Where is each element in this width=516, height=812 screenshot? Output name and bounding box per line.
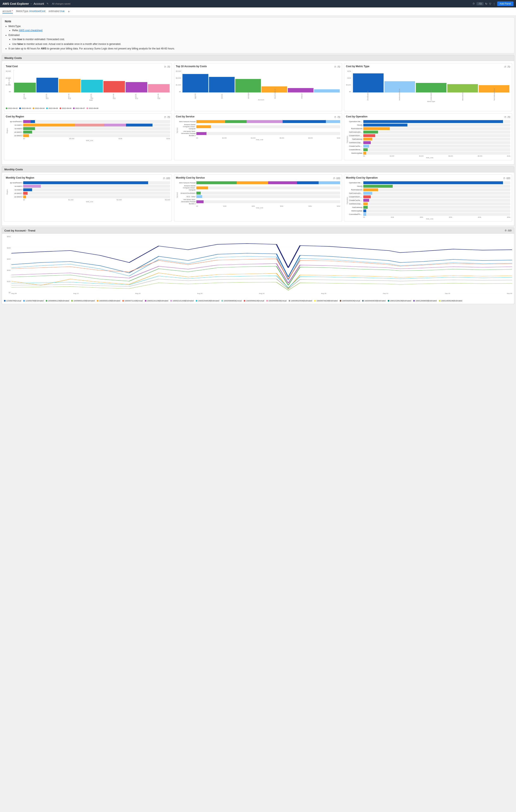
weekly-row-1: Total Cost ⏱ -7D $3,000$2,000$1,000$0 to… [4, 63, 512, 111]
cost-service-title: Cost by Service [176, 115, 194, 118]
monthly-region-usw2: us-west-2 [9, 195, 170, 198]
legend-item-3: 165998561238|Estimated [46, 300, 69, 302]
op-row-createvol: CreateVolume-Gp2 [349, 134, 510, 137]
cost-operation-time[interactable]: ⏱ -7D [504, 116, 510, 118]
weekly-costs-header: Weekly Costs [2, 55, 514, 61]
app-title: AWS Cost Explorer [2, 2, 29, 5]
op-row-runinstances: RunInstances [349, 127, 510, 130]
monthly-service-vm: VM-Series Next-Generation Firewall Bundl… [179, 199, 340, 205]
monthly-op-runinstances: RunInstances [349, 188, 510, 191]
op-row-metering: Operation:Metering [349, 120, 510, 123]
bar-sep05 [81, 80, 103, 92]
legend-item-15: 166009469038|Actual [340, 300, 360, 302]
region-row-ap-southeast: ap-southeast-1 [9, 120, 170, 123]
bar-securitymsd [235, 79, 261, 92]
cost-metric-title: Cost by Metric Type [346, 65, 369, 68]
note-list: MetricType Refer AWS cost cheatsheet Est… [5, 24, 511, 51]
legend-item-5: 166000001438|Estimated [97, 300, 120, 302]
cost-region-time[interactable]: ⏱ -7D [164, 116, 170, 118]
monthly-op-createvol: CreateVolume-Gp2 [349, 195, 510, 198]
legend-item-6: 166000721438|Actual [122, 300, 142, 302]
service-row-vm: VM-Series Next-Generation Firewall Bundl… [179, 130, 340, 137]
op-row-getcost: GetCostAndUsage [349, 130, 510, 134]
note-section: Note MetricType Refer AWS cost cheatshee… [2, 17, 514, 53]
monthly-region-time[interactable]: ⏱ -32D [163, 177, 170, 179]
monthly-costs-container: Monthly Cost by Region ⏱ -32D Region ap-… [2, 172, 514, 226]
saved-status: All changes saved [52, 2, 70, 5]
legend-sep04: 2022-09-04 [33, 107, 45, 109]
monthly-service-firewall: AWS Network Firewall [179, 181, 340, 184]
add-filter-button[interactable]: + [68, 10, 70, 13]
trend-svg [11, 236, 512, 294]
refresh-icon[interactable]: ↻ [485, 2, 487, 5]
legend-item-13: 166008020938|Estimated [289, 300, 312, 302]
bar-testroot [209, 77, 235, 93]
filter-metric-value: AmortizedCost [29, 10, 46, 12]
monthly-operation-time[interactable]: ⏱ -32D [503, 177, 510, 179]
legend-item-18: 166013068838|Estimated [413, 300, 437, 302]
cost-metric-time[interactable]: ⏱ -7D [504, 66, 510, 68]
cost-operation-title: Cost by Operation [346, 115, 368, 118]
top-accounts-panel: Top 10 Accounts by Costs ⏱ -7D $3,000$2,… [174, 63, 342, 111]
monthly-op-natgw: NatGateway [349, 206, 510, 209]
bar-amortized [353, 74, 384, 92]
note-link-cheatsheet[interactable]: AWS cost cheatsheet [19, 29, 43, 32]
filter-account[interactable]: account * [2, 10, 13, 13]
monthly-op-metering: Operation:Metering [349, 181, 510, 184]
legend-item-4: 165998561638|Estimated [71, 300, 94, 302]
monthly-region-ap: ap-southeast-1 [9, 181, 170, 184]
bar-sep06 [104, 81, 125, 93]
legend-sep07: 2022-09-07 [73, 107, 85, 109]
note-item-metric: MetricType [8, 25, 21, 28]
filter-icon[interactable]: ▽ [489, 2, 491, 5]
weekly-row-2: Cost by Region ⏱ -7D Region ap-southeast… [4, 113, 512, 161]
total-cost-time[interactable]: ⏱ -7D [164, 66, 170, 68]
monthly-service-ec2other: EC2 - Other [179, 195, 340, 198]
monthly-operation-title: Monthly Cost by Operation [346, 176, 378, 179]
time-range[interactable]: -7D [477, 2, 484, 5]
legend-item-14: 166008749238|Estimated [314, 300, 337, 302]
add-panel-button[interactable]: Add Panel [497, 1, 514, 6]
bar-sep08 [148, 84, 170, 92]
monthly-op-committed: CommittedThroughpu [349, 213, 510, 216]
op-row-natgw: NatGateway [349, 138, 510, 141]
op-row-hourly: Hourly [349, 124, 510, 126]
region-row-us-east-2: us-east-2 [9, 127, 170, 130]
monthly-service-time[interactable]: ⏱ -32D [333, 177, 340, 179]
bar-sep02 [14, 83, 36, 92]
bar-blended [447, 84, 478, 92]
filter-metric-type[interactable]: MetricType AmortizedCost [16, 10, 45, 13]
cost-region-title: Cost by Region [6, 115, 24, 118]
region-row-us-east-1: us-east-1 [9, 124, 170, 126]
monthly-row-1: Monthly Cost by Region ⏱ -32D Region ap-… [4, 174, 512, 222]
filter-estimated[interactable]: estimated true [49, 10, 64, 13]
cost-service-time[interactable]: ⏱ -7D [334, 116, 340, 118]
edit-icon[interactable]: ✎ [47, 2, 49, 5]
legend-item-10: 166005868838|Actual [221, 300, 242, 302]
monthly-op-metricupdate: MetricUpdate [349, 209, 510, 212]
filter-estimated-label: estimated [49, 10, 59, 12]
monthly-op-hourly: Hourly [349, 185, 510, 188]
filter-bar: account * MetricType AmortizedCost estim… [0, 7, 516, 16]
monthly-service-panel: Monthly Cost by Service ⏱ -32D Service A… [174, 174, 342, 222]
bar-sep03 [36, 78, 58, 92]
legend-sep08: 2022-09-08 [86, 107, 98, 109]
trend-title: Cost by Account - Trend [4, 229, 35, 232]
cost-service-panel: Cost by Service ⏱ -7D Service AWS Networ… [174, 113, 342, 161]
legend-sep05: 2022-09-05 [46, 107, 58, 109]
more-icon[interactable]: ⋮ [493, 2, 495, 5]
legend-sep03: 2022-09-03 [19, 107, 31, 109]
filter-metric-label: MetricType [16, 10, 28, 12]
monthly-region-panel: Monthly Cost by Region ⏱ -32D Region ap-… [4, 174, 172, 222]
monthly-region-usw1: us-west-1 [9, 192, 170, 195]
note-title: Note [5, 20, 511, 23]
note-item-estimated: Estimated [8, 34, 20, 37]
legend-item-17: 166010189238|Estimated [388, 300, 411, 302]
total-cost-panel: Total Cost ⏱ -7D $3,000$2,000$1,000$0 to… [4, 63, 172, 111]
top-accounts-time[interactable]: ⏱ -7D [334, 66, 340, 68]
legend-item-8: 166002161438|Estimated [170, 300, 194, 302]
op-row-metricupdate: MetricUpdate [349, 152, 510, 155]
monthly-region-use2: us-east-2 [9, 188, 170, 191]
trend-section-header: Cost by Account - Trend ⏱ -32D [2, 228, 514, 234]
trend-time[interactable]: ⏱ -32D [505, 229, 512, 232]
